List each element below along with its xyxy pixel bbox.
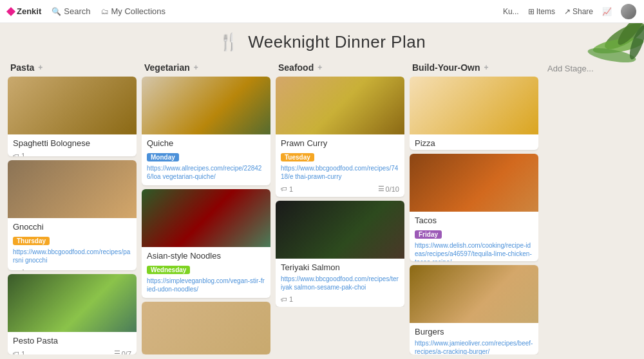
- nav-users-label: Ku...: [503, 7, 519, 16]
- card-body-tacos: TacosFridayhttps://www.delish.com/cookin…: [410, 212, 538, 262]
- board-container: Pasta +Spaghetti Bolognese🏷 1GnocchiThur…: [0, 59, 644, 357]
- card-url-noodles[interactable]: https://simpleveganblog.com/vegan-stir-f…: [147, 277, 265, 293]
- card-body-teriyaki: Teriyaki Salmonhttps://www.bbcgoodfood.c…: [276, 259, 404, 307]
- card-body-burgers: Burgershttps://www.jamieoliver.com/recip…: [410, 323, 538, 354]
- card-pesto[interactable]: Pesto Pasta🏷 1☰ 0/7: [8, 274, 137, 354]
- checklist-icon-prawn: ☰: [378, 185, 384, 193]
- title-text: Weeknight Dinner Plan: [248, 32, 426, 51]
- nav-items-label: Items: [536, 7, 555, 16]
- collections-label: My Collections: [111, 6, 166, 16]
- page-title-area: 🍴 Weeknight Dinner Plan: [0, 23, 644, 59]
- card-footer-prawn: 🏷 1☰ 0/10: [281, 183, 399, 193]
- column-label-vegetarian: Vegetarian: [144, 62, 190, 73]
- card-tacos[interactable]: TacosFridayhttps://www.delish.com/cookin…: [410, 154, 538, 262]
- card-footer-teriyaki: 🏷 1: [281, 294, 399, 303]
- tag-icon-gnocchi: 🏷: [13, 269, 19, 270]
- card-tag-noodles: Wednesday: [147, 266, 190, 274]
- nav-share[interactable]: ↗ Share: [564, 7, 593, 16]
- card-veg3[interactable]: [142, 302, 270, 354]
- card-footer-quiche: 🏷 1: [147, 183, 265, 185]
- column-add-pasta[interactable]: +: [38, 63, 43, 72]
- nav-items[interactable]: ⊞ Items: [528, 7, 555, 16]
- card-body-pizza: Pizza🏷 1: [410, 134, 538, 150]
- tag-icon-spaghetti: 🏷: [13, 152, 19, 157]
- card-url-tacos[interactable]: https://www.delish.com/cooking/recipe-id…: [415, 241, 533, 262]
- card-url-prawn[interactable]: https://www.bbcgoodfood.com/recipes/7418…: [281, 164, 399, 181]
- card-url-burgers[interactable]: https://www.jamieoliver.com/recipes/beef…: [415, 339, 533, 354]
- avatar-image: [621, 4, 636, 19]
- card-url-gnocchi[interactable]: https://www.bbcgoodfood.com/recipes/pars…: [13, 248, 131, 264]
- nav-chart[interactable]: 📈: [602, 7, 612, 16]
- card-footer-noodles: 🏷 1: [147, 296, 265, 298]
- column-vegetarian: Vegetarian +QuicheMondayhttps://www.allr…: [142, 59, 270, 357]
- card-body-pesto: Pesto Pasta🏷 1☰ 0/7: [8, 332, 137, 354]
- column-add-seafood[interactable]: +: [317, 63, 322, 72]
- card-tag-quiche: Monday: [147, 153, 179, 161]
- add-stage-label: Add Stage...: [547, 64, 594, 73]
- top-nav: Zenkit 🔍 Search 🗂 My Collections Ku... ⊞…: [0, 0, 644, 23]
- nav-users[interactable]: Ku...: [503, 7, 519, 16]
- card-tag-gnocchi: Thursday: [13, 237, 50, 245]
- tag-icon-prawn: 🏷: [281, 185, 287, 192]
- avatar[interactable]: [621, 4, 636, 19]
- card-prawn[interactable]: Prawn CurryTuesdayhttps://www.bbcgoodfoo…: [276, 77, 404, 197]
- card-image-teriyaki: [276, 201, 404, 259]
- column-header-build-your-own: Build-Your-Own +: [410, 59, 538, 77]
- card-burgers[interactable]: Burgershttps://www.jamieoliver.com/recip…: [410, 265, 538, 354]
- column-add-vegetarian[interactable]: +: [194, 63, 198, 72]
- card-spaghetti[interactable]: Spaghetti Bolognese🏷 1: [8, 77, 137, 156]
- checklist-icon-pesto: ☰: [114, 349, 120, 354]
- search-label: Search: [64, 6, 90, 16]
- collections-icon: 🗂: [101, 7, 109, 16]
- card-image-spaghetti: [8, 77, 137, 134]
- logo[interactable]: Zenkit: [8, 6, 41, 16]
- card-title-noodles: Asian-style Noodles: [147, 251, 265, 261]
- card-title-prawn: Prawn Curry: [281, 138, 399, 148]
- nav-share-label: Share: [573, 7, 593, 16]
- items-icon: ⊞: [528, 7, 535, 16]
- page-title: 🍴 Weeknight Dinner Plan: [0, 32, 644, 52]
- card-checklist-prawn: ☰ 0/10: [378, 185, 399, 193]
- card-footer-pesto: 🏷 1☰ 0/7: [13, 348, 131, 354]
- card-noodles[interactable]: Asian-style NoodlesWednesdayhttps://simp…: [142, 189, 270, 298]
- card-checklist-pesto: ☰ 0/7: [114, 349, 131, 354]
- card-title-quiche: Quiche: [147, 138, 265, 148]
- title-icon: 🍴: [218, 32, 240, 51]
- card-quiche[interactable]: QuicheMondayhttps://www.allrecipes.com/r…: [142, 77, 270, 185]
- column-header-vegetarian: Vegetarian +: [142, 59, 270, 77]
- search-nav-item[interactable]: 🔍 Search: [52, 6, 90, 16]
- card-gnocchi[interactable]: GnocchiThursdayhttps://www.bbcgoodfood.c…: [8, 160, 137, 270]
- column-cards-vegetarian: QuicheMondayhttps://www.allrecipes.com/r…: [142, 77, 270, 354]
- card-body-gnocchi: GnocchiThursdayhttps://www.bbcgoodfood.c…: [8, 218, 137, 270]
- card-teriyaki[interactable]: Teriyaki Salmonhttps://www.bbcgoodfood.c…: [276, 201, 404, 307]
- card-image-burgers: [410, 265, 538, 323]
- column-cards-pasta: Spaghetti Bolognese🏷 1GnocchiThursdayhtt…: [8, 77, 137, 354]
- card-tag-count-quiche: 🏷 1: [147, 185, 159, 185]
- card-image-gnocchi: [8, 160, 137, 218]
- card-tag-prawn: Tuesday: [281, 153, 314, 161]
- column-add-build-your-own[interactable]: +: [484, 63, 489, 72]
- card-image-tacos: [410, 154, 538, 212]
- collections-nav-item[interactable]: 🗂 My Collections: [101, 6, 166, 16]
- card-url-quiche[interactable]: https://www.allrecipes.com/recipe/228426…: [147, 164, 265, 181]
- card-pizza[interactable]: Pizza🏷 1: [410, 77, 538, 150]
- nav-right: Ku... ⊞ Items ↗ Share 📈: [503, 4, 636, 19]
- tag-icon-noodles: 🏷: [147, 298, 153, 299]
- card-image-noodles: [142, 189, 270, 247]
- tag-icon-quiche: 🏷: [147, 185, 153, 186]
- card-tag-count-gnocchi: 🏷 1: [13, 268, 25, 270]
- card-title-pesto: Pesto Pasta: [13, 336, 131, 345]
- card-tag-count-pesto: 🏷 1: [13, 350, 25, 354]
- card-body-quiche: QuicheMondayhttps://www.allrecipes.com/r…: [142, 134, 270, 185]
- search-icon: 🔍: [52, 7, 61, 16]
- card-tag-tacos: Friday: [415, 230, 442, 239]
- column-header-pasta: Pasta +: [8, 59, 137, 77]
- card-image-prawn: [276, 77, 404, 134]
- column-cards-seafood: Prawn CurryTuesdayhttps://www.bbcgoodfoo…: [276, 77, 404, 307]
- add-stage-button[interactable]: Add Stage...: [544, 59, 614, 357]
- card-url-teriyaki[interactable]: https://www.bbcgoodfood.com/recipes/teri…: [281, 275, 399, 291]
- card-title-spaghetti: Spaghetti Bolognese: [13, 138, 131, 148]
- card-tag-count-prawn: 🏷 1: [281, 185, 293, 193]
- column-label-pasta: Pasta: [10, 62, 34, 73]
- column-label-seafood: Seafood: [278, 62, 314, 73]
